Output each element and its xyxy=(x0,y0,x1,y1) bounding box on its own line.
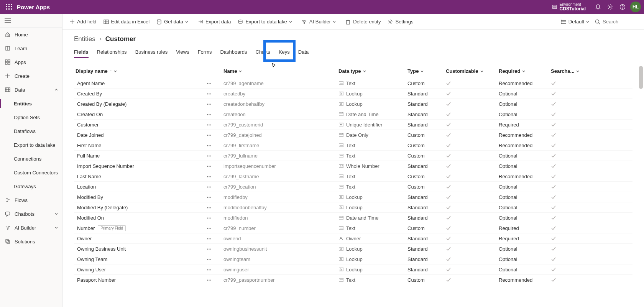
table-row[interactable]: Modified By (Delegate)⋯modifiedonbehalfb… xyxy=(74,202,632,213)
table-row[interactable]: Location⋯cr799_locationTextCustomOptiona… xyxy=(74,182,632,192)
row-more-button[interactable]: ⋯ xyxy=(207,225,212,231)
table-row[interactable]: Date Joined⋯cr799_datejoinedDate OnlyCus… xyxy=(74,130,632,140)
col-display-name[interactable]: Display name ↑ xyxy=(74,68,223,74)
sidebar-item-data[interactable]: Data xyxy=(0,83,62,97)
field-type: Standard xyxy=(407,205,446,210)
table-row[interactable]: Full Name⋯cr799_fullnameTextCustomOption… xyxy=(74,151,632,161)
search-input[interactable] xyxy=(603,19,637,25)
sidebar-item-export-to-data-lake[interactable]: Export to data lake xyxy=(0,138,62,152)
table-row[interactable]: Last Name⋯cr799_lastnameTextCustomRecomm… xyxy=(74,171,632,182)
datatype-icon xyxy=(338,246,344,251)
table-row[interactable]: NumberPrimary Field⋯cr799_numberTextCust… xyxy=(74,223,632,233)
notifications-icon[interactable] xyxy=(592,1,604,13)
sidebar-item-home[interactable]: Home xyxy=(0,28,62,41)
settings-button[interactable]: Settings xyxy=(388,19,413,25)
row-more-button[interactable]: ⋯ xyxy=(207,174,212,179)
add-field-button[interactable]: Add field xyxy=(69,19,97,25)
row-more-button[interactable]: ⋯ xyxy=(207,215,212,221)
table-row[interactable]: Customer⋯cr799_customeridUnique Identifi… xyxy=(74,120,632,130)
col-customizable[interactable]: Customizable xyxy=(446,68,499,74)
table-row[interactable]: Owner⋯owneridOwnerStandardRequired xyxy=(74,233,632,244)
sidebar-item-ai-builder[interactable]: AI Builder xyxy=(0,221,62,235)
ai-builder-button[interactable]: AI Builder xyxy=(302,19,338,25)
row-more-button[interactable]: ⋯ xyxy=(207,143,212,148)
tab-forms[interactable]: Forms xyxy=(198,47,212,58)
table-row[interactable]: First Name⋯cr799_firstnameTextCustomReco… xyxy=(74,140,632,151)
svg-rect-71 xyxy=(339,102,343,105)
col-data-type[interactable]: Data type xyxy=(338,68,407,74)
tab-fields[interactable]: Fields xyxy=(74,47,89,58)
customizable-check-icon xyxy=(446,236,499,241)
table-row[interactable]: Owning User⋯owninguserLookupStandardOpti… xyxy=(74,264,632,275)
sidebar-item-apps[interactable]: Apps xyxy=(0,55,62,69)
row-more-button[interactable]: ⋯ xyxy=(207,256,212,262)
scrollbar-thumb[interactable] xyxy=(639,66,643,89)
row-more-button[interactable]: ⋯ xyxy=(207,236,212,241)
waffle-icon[interactable] xyxy=(3,1,15,13)
tab-business-rules[interactable]: Business rules xyxy=(135,47,168,58)
sidebar-item-create[interactable]: Create xyxy=(0,69,62,83)
tab-charts[interactable]: Charts xyxy=(256,47,270,58)
sidebar-item-learn[interactable]: Learn xyxy=(0,41,62,55)
table-row[interactable]: Created On⋯createdonDate and TimeStandar… xyxy=(74,109,632,120)
row-more-button[interactable]: ⋯ xyxy=(207,91,212,97)
scrollbar[interactable] xyxy=(639,29,643,307)
tab-dashboards[interactable]: Dashboards xyxy=(220,47,247,58)
sidebar-item-gateways[interactable]: Gateways xyxy=(0,179,62,193)
field-datatype: Date and Time xyxy=(346,112,379,117)
sidebar-item-entities[interactable]: Entities xyxy=(0,97,62,110)
tab-relationships[interactable]: Relationships xyxy=(97,47,127,58)
table-row[interactable]: Owning Team⋯owningteamLookupStandardOpti… xyxy=(74,254,632,264)
view-selector[interactable]: Default xyxy=(561,19,590,25)
row-more-button[interactable]: ⋯ xyxy=(207,277,212,283)
tab-views[interactable]: Views xyxy=(176,47,189,58)
table-row[interactable]: Import Sequence Number⋯importsequencenum… xyxy=(74,161,632,171)
row-more-button[interactable]: ⋯ xyxy=(207,267,212,273)
table-row[interactable]: Agent Name⋯cr799_agentnameTextCustomReco… xyxy=(74,78,632,89)
help-icon[interactable] xyxy=(616,1,629,13)
sidebar-item-connections[interactable]: Connections xyxy=(0,152,62,166)
row-more-button[interactable]: ⋯ xyxy=(207,132,212,138)
sidebar-item-option-sets[interactable]: Option Sets xyxy=(0,110,62,124)
get-data-button[interactable]: Get data xyxy=(156,19,191,25)
sidebar-toggle[interactable] xyxy=(0,14,62,28)
sidebar-item-dataflows[interactable]: Dataflows xyxy=(0,124,62,138)
sidebar-item-chatbots[interactable]: Chatbots xyxy=(0,207,62,221)
table-row[interactable]: Passport Number⋯cr799_passportnumberText… xyxy=(74,275,632,285)
col-name[interactable]: Name xyxy=(223,68,338,74)
col-type[interactable]: Type xyxy=(407,68,446,74)
sidebar-item-solutions[interactable]: Solutions xyxy=(0,235,62,248)
row-more-button[interactable]: ⋯ xyxy=(207,246,212,252)
search-box[interactable] xyxy=(595,19,637,25)
table-row[interactable]: Owning Business Unit⋯owningbusinessunitL… xyxy=(74,244,632,254)
row-more-button[interactable]: ⋯ xyxy=(207,112,212,117)
tab-keys[interactable]: Keys xyxy=(279,47,290,58)
row-more-button[interactable]: ⋯ xyxy=(207,194,212,200)
sidebar-item-custom-connectors[interactable]: Custom Connectors xyxy=(0,166,62,179)
field-required: Optional xyxy=(499,153,551,159)
table-row[interactable]: Modified By⋯modifiedbyLookupStandardOpti… xyxy=(74,192,632,202)
svg-rect-6 xyxy=(6,8,7,10)
col-searchable[interactable]: Searcha... xyxy=(551,68,632,74)
breadcrumb-parent[interactable]: Entities xyxy=(74,35,95,43)
edit-excel-button[interactable]: Edit data in Excel xyxy=(104,19,150,25)
row-more-button[interactable]: ⋯ xyxy=(207,163,212,169)
tab-data[interactable]: Data xyxy=(298,47,309,58)
delete-entity-button[interactable]: Delete entity xyxy=(345,19,381,25)
row-more-button[interactable]: ⋯ xyxy=(207,153,212,159)
row-more-button[interactable]: ⋯ xyxy=(207,122,212,128)
row-more-button[interactable]: ⋯ xyxy=(207,205,212,210)
row-more-button[interactable]: ⋯ xyxy=(207,184,212,190)
gear-icon[interactable] xyxy=(604,1,616,13)
row-more-button[interactable]: ⋯ xyxy=(207,80,212,86)
avatar[interactable]: HL xyxy=(630,2,641,12)
environment-picker[interactable]: Environment CDSTutorial xyxy=(552,2,586,11)
row-more-button[interactable]: ⋯ xyxy=(207,101,212,107)
table-row[interactable]: Created By (Delegate)⋯createdonbehalfbyL… xyxy=(74,99,632,109)
col-required[interactable]: Required xyxy=(499,68,551,74)
export-data-button[interactable]: Export data xyxy=(198,19,231,25)
table-row[interactable]: Modified On⋯modifiedonDate and TimeStand… xyxy=(74,213,632,223)
export-lake-button[interactable]: Export to data lake xyxy=(238,19,294,25)
sidebar-item-flows[interactable]: Flows xyxy=(0,193,62,207)
table-row[interactable]: Created By⋯createdbyLookupStandardOption… xyxy=(74,89,632,99)
